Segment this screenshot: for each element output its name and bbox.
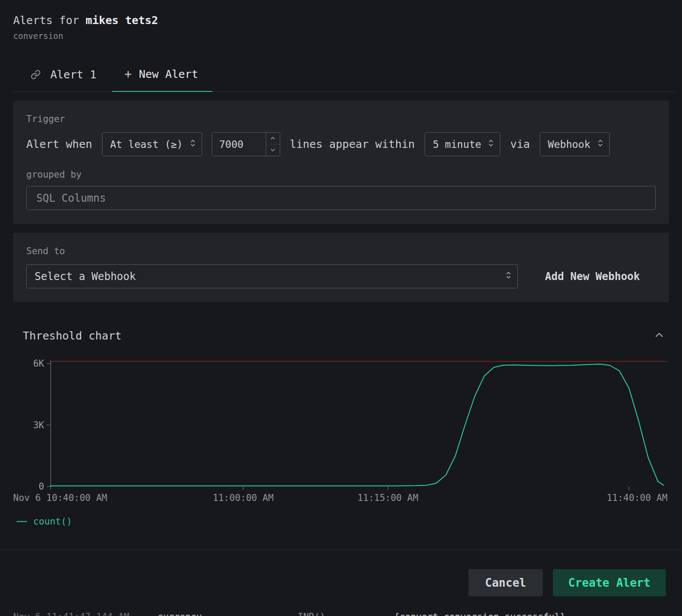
spinner-down-button[interactable] — [266, 144, 280, 156]
trigger-panel: Trigger Alert when At least (≥) lines ap… — [13, 101, 669, 224]
x-axis-label: 11:40:00 AM — [607, 493, 668, 503]
background-log-row: Nov 6 11:41:47.144 AM currency INR() {co… — [0, 610, 682, 616]
x-axis-labels: Nov 6 10:40:00 AM 11:00:00 AM 11:15:00 A… — [50, 493, 668, 505]
tab-label: New Alert — [139, 68, 198, 80]
threshold-chart-svg — [50, 360, 668, 490]
x-axis-label: Nov 6 10:40:00 AM — [13, 493, 107, 503]
tab-label: Alert 1 — [50, 68, 96, 81]
via-label: via — [510, 138, 530, 150]
webhook-select-value: Select a Webhook — [35, 270, 136, 283]
caret-updown-icon — [488, 138, 494, 150]
alert-tabs: Alert 1 + New Alert — [13, 63, 675, 92]
channel-value: Webhook — [548, 139, 591, 150]
log-timestamp: Nov 6 11:41:47.144 AM — [13, 610, 130, 616]
threshold-number-input — [212, 132, 280, 156]
alert-when-label: Alert when — [26, 138, 92, 150]
threshold-chart: 6K 3K 0 — [50, 360, 668, 490]
y-axis-label: 6K — [33, 358, 44, 369]
plus-icon: + — [124, 68, 132, 80]
chevron-up-icon — [654, 330, 664, 342]
caret-updown-icon — [598, 138, 603, 150]
trigger-controls-row: Alert when At least (≥) lines appear wit… — [26, 132, 656, 156]
tab-new-alert[interactable]: + New Alert — [112, 63, 212, 92]
trigger-label: Trigger — [26, 114, 656, 124]
tab-alert-1[interactable]: Alert 1 — [28, 63, 99, 91]
send-to-label: Send to — [26, 246, 656, 256]
log-message: {convert conversion successful} — [394, 610, 566, 616]
link-icon — [31, 70, 41, 80]
create-alert-button[interactable]: Create Alert — [553, 569, 666, 596]
window-select[interactable]: 5 minute — [425, 132, 501, 156]
threshold-spinners — [266, 133, 280, 156]
window-value: 5 minute — [433, 139, 482, 150]
caret-updown-icon — [506, 270, 511, 283]
x-axis-label: 11:00:00 AM — [213, 493, 274, 503]
spinner-up-button[interactable] — [266, 133, 280, 144]
dialog-header: Alerts for mikes tets2 conversion — [0, 0, 682, 41]
x-axis-label: 11:15:00 AM — [358, 493, 418, 503]
grouped-by-input[interactable] — [26, 186, 656, 210]
legend-line-swatch — [17, 521, 27, 522]
threshold-chart-section: Threshold chart 6K 3K 0 Nov 6 10:40:00 A… — [0, 329, 682, 527]
threshold-chart-header: Threshold chart — [0, 329, 682, 342]
page-title-name: mikes tets2 — [86, 14, 158, 27]
add-new-webhook-button[interactable]: Add New Webhook — [545, 270, 640, 283]
send-to-row: Select a Webhook Add New Webhook — [26, 264, 656, 288]
cancel-button[interactable]: Cancel — [468, 569, 543, 596]
y-axis-label: 0 — [39, 481, 44, 492]
log-value: INR() — [298, 610, 325, 616]
channel-select[interactable]: Webhook — [540, 132, 610, 156]
log-column: currency — [158, 610, 202, 616]
dialog-footer: Cancel Create Alert — [0, 550, 682, 596]
y-axis-label: 3K — [33, 420, 44, 430]
page-title: Alerts for mikes tets2 — [13, 14, 669, 27]
threshold-chart-title: Threshold chart — [23, 329, 122, 342]
condition-value: At least (≥) — [110, 139, 183, 150]
webhook-select[interactable]: Select a Webhook — [26, 264, 518, 288]
legend-label: count() — [33, 516, 72, 527]
lines-appear-label: lines appear within — [290, 138, 415, 150]
grouped-by-label: grouped by — [26, 169, 656, 180]
page-subtitle: conversion — [13, 31, 669, 41]
send-to-panel: Send to Select a Webhook Add New Webhook — [13, 233, 669, 302]
legend-item-count[interactable]: count() — [17, 516, 682, 527]
caret-updown-icon — [190, 138, 196, 150]
collapse-chart-button[interactable] — [654, 330, 664, 342]
condition-select[interactable]: At least (≥) — [102, 132, 202, 156]
threshold-input[interactable] — [212, 133, 266, 156]
page-title-prefix: Alerts for — [13, 14, 79, 27]
